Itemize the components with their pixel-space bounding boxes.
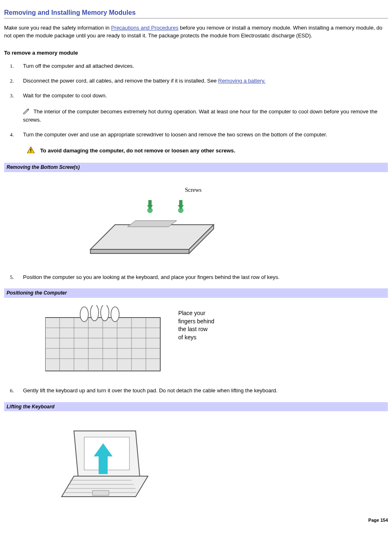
step-1: Turn off the computer and all attached d… [17, 62, 388, 70]
step-5-text: Position the computer so you are looking… [23, 274, 279, 280]
steps-list-cont2: Gently lift the keyboard up and turn it … [17, 387, 388, 394]
step-6: Gently lift the keyboard up and turn it … [17, 387, 388, 394]
step-4: Turn the computer over and use an approp… [17, 131, 388, 155]
laptop-bottom-illustration: Screws [66, 180, 222, 264]
step-3: Wait for the computer to cool down. The … [17, 92, 388, 124]
svg-point-25 [101, 305, 109, 321]
intro-paragraph: Make sure you read the safety informatio… [4, 24, 388, 39]
svg-point-23 [80, 307, 88, 322]
figure-lifting [4, 411, 388, 513]
step-1-text: Turn off the computer and all attached d… [23, 63, 134, 69]
svg-rect-32 [92, 491, 109, 495]
figure-caption-positioning: Positioning the Computer [4, 288, 388, 298]
page-number: Page 154 [4, 517, 388, 523]
figure-caption-bottom-screws: Removing the Bottom Screw(s) [4, 163, 388, 172]
precautions-link[interactable]: Precautions and Procedures [111, 25, 178, 31]
svg-rect-35 [99, 456, 108, 474]
remove-module-heading: To remove a memory module [4, 49, 388, 57]
figure-caption-lifting: Lifting the Keyboard [4, 402, 388, 412]
removing-battery-link[interactable]: Removing a battery. [218, 78, 265, 84]
svg-marker-4 [90, 249, 189, 253]
title-divider [4, 18, 388, 18]
svg-rect-2 [30, 152, 31, 152]
svg-point-24 [90, 305, 99, 321]
page-title: Removing and Installing Memory Modules [4, 8, 388, 17]
svg-rect-1 [30, 149, 31, 151]
svg-point-26 [111, 307, 119, 322]
steps-list-cont1: Position the computer so you are looking… [17, 274, 388, 281]
hot-note: The interior of the computer becomes ext… [23, 108, 388, 124]
screw-warning: To avoid damaging the computer, do not r… [23, 147, 388, 155]
step-5: Position the computer so you are looking… [17, 274, 388, 281]
warning-triangle-icon [27, 147, 35, 155]
hot-note-text: The interior of the computer becomes ext… [23, 108, 377, 123]
figure-positioning: Place your fingers behind the last row o… [4, 298, 388, 387]
keyboard-fingers-illustration [45, 305, 168, 377]
svg-marker-6 [127, 221, 177, 227]
screw-warning-text: To avoid damaging the computer, do not r… [40, 147, 235, 154]
step-3-text: Wait for the computer to cool down. [23, 92, 107, 99]
intro-text-1: Make sure you read the safety informatio… [4, 25, 111, 31]
step-2-text: Disconnect the power cord, all cables, a… [23, 78, 218, 84]
steps-list: Turn off the computer and all attached d… [17, 62, 388, 155]
figure-bottom-screws: Screws [4, 172, 388, 274]
step-4-text: Turn the computer over and use an approp… [23, 131, 327, 138]
laptop-lift-illustration [45, 419, 152, 503]
step-2: Disconnect the power cord, all cables, a… [17, 77, 388, 85]
step-6-text: Gently lift the keyboard up and turn it … [23, 387, 277, 394]
pencil-note-icon [23, 108, 30, 116]
screws-label: Screws [185, 187, 201, 193]
fingers-callout-label: Place your fingers behind the last row o… [178, 309, 214, 341]
